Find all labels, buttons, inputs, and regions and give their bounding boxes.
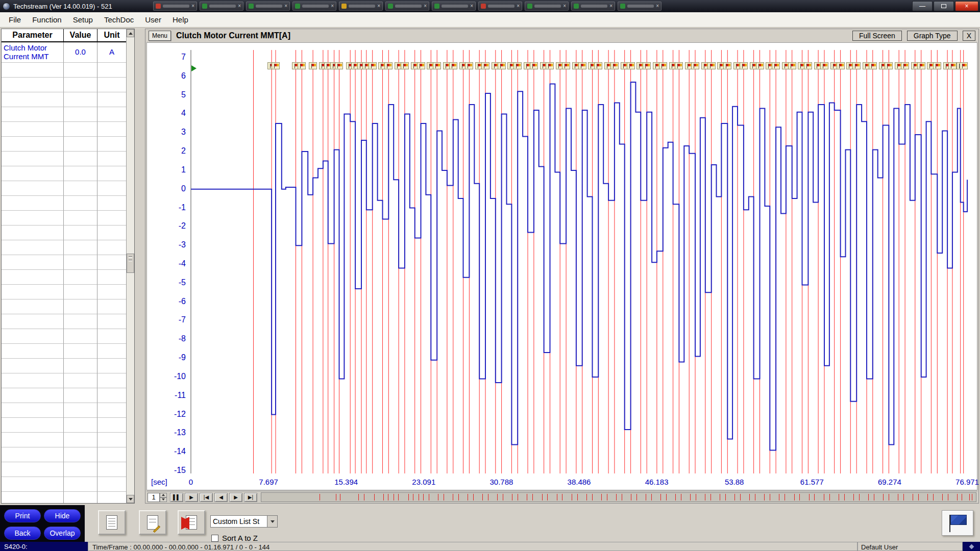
timeline-event-tick bbox=[631, 494, 631, 500]
last-frame-button[interactable]: ▶| bbox=[244, 493, 257, 502]
scrollbar-thumb[interactable] bbox=[127, 254, 134, 273]
graph-close-button[interactable]: X bbox=[963, 31, 975, 41]
table-row[interactable] bbox=[2, 477, 126, 492]
table-row[interactable] bbox=[2, 255, 126, 270]
thumbnail-close-icon[interactable]: × bbox=[517, 4, 520, 9]
menu-setup[interactable]: Setup bbox=[67, 13, 99, 26]
table-row[interactable] bbox=[2, 211, 126, 226]
menu-function[interactable]: Function bbox=[27, 13, 67, 26]
taskbar-thumbnail[interactable]: × bbox=[478, 2, 522, 11]
table-row[interactable] bbox=[2, 285, 126, 299]
hide-button[interactable]: Hide bbox=[44, 509, 81, 522]
menu-help[interactable]: Help bbox=[167, 13, 194, 26]
taskbar-thumbnail[interactable]: × bbox=[292, 2, 336, 11]
graph-menu-button[interactable]: Menu bbox=[149, 31, 171, 41]
menu-user[interactable]: User bbox=[139, 13, 167, 26]
table-row[interactable] bbox=[2, 196, 126, 211]
empty-cell bbox=[2, 492, 64, 503]
thumbnail-close-icon[interactable]: × bbox=[563, 4, 566, 9]
table-row[interactable] bbox=[2, 418, 126, 433]
scroll-down-icon[interactable] bbox=[127, 495, 134, 503]
pause-button[interactable]: ▌▌ bbox=[170, 493, 183, 502]
table-row[interactable] bbox=[2, 240, 126, 255]
next-frame-button[interactable]: ▶ bbox=[229, 493, 242, 502]
list-select-dropdown[interactable]: Custom List St bbox=[210, 515, 278, 528]
thumbnail-close-icon[interactable]: × bbox=[331, 4, 334, 9]
flag-tool-button[interactable] bbox=[942, 510, 973, 536]
table-row[interactable] bbox=[2, 122, 126, 137]
taskbar-thumbnail[interactable]: × bbox=[246, 2, 290, 11]
taskbar-thumbnail[interactable]: × bbox=[432, 2, 476, 11]
table-row[interactable] bbox=[2, 492, 126, 503]
taskbar-thumbnail[interactable]: × bbox=[153, 2, 197, 11]
thumbnail-close-icon[interactable]: × bbox=[656, 4, 659, 9]
taskbar-thumbnail[interactable]: × bbox=[339, 2, 383, 11]
y-tick-label: -2 bbox=[148, 221, 186, 231]
thumbnail-close-icon[interactable]: × bbox=[470, 4, 473, 9]
table-row[interactable] bbox=[2, 447, 126, 462]
table-row[interactable] bbox=[2, 107, 126, 122]
thumbnail-close-icon[interactable]: × bbox=[424, 4, 427, 9]
table-row[interactable] bbox=[2, 270, 126, 285]
status-user[interactable]: Default User bbox=[857, 542, 963, 551]
thumbnail-close-icon[interactable]: × bbox=[609, 4, 612, 9]
table-row[interactable] bbox=[2, 359, 126, 373]
play-button[interactable]: ▶ bbox=[185, 493, 198, 502]
table-row[interactable] bbox=[2, 388, 126, 403]
print-button[interactable]: Print bbox=[4, 509, 41, 522]
menu-techdoc[interactable]: TechDoc bbox=[99, 13, 139, 26]
table-row[interactable] bbox=[2, 403, 126, 418]
thumbnail-close-icon[interactable]: × bbox=[284, 4, 287, 9]
timeline-scrollbar[interactable] bbox=[261, 492, 976, 502]
table-row[interactable] bbox=[2, 433, 126, 447]
table-row[interactable] bbox=[2, 344, 126, 359]
x-tick-label: 46.183 bbox=[645, 478, 669, 486]
maximize-button[interactable] bbox=[934, 1, 954, 11]
table-row[interactable] bbox=[2, 137, 126, 152]
table-row[interactable] bbox=[2, 181, 126, 196]
taskbar-thumbnail[interactable]: × bbox=[618, 2, 662, 11]
full-screen-button[interactable]: Full Screen bbox=[852, 31, 902, 41]
table-row[interactable] bbox=[2, 63, 126, 78]
table-row[interactable] bbox=[2, 314, 126, 329]
menu-file[interactable]: File bbox=[3, 13, 27, 26]
scroll-up-icon[interactable] bbox=[127, 29, 134, 37]
table-row[interactable] bbox=[2, 373, 126, 388]
taskbar-thumbnail[interactable]: × bbox=[571, 2, 615, 11]
taskbar-thumbnail[interactable]: × bbox=[385, 2, 429, 11]
table-row[interactable]: Clutch Motor Current MMT 0.0 A bbox=[2, 42, 126, 63]
minimize-button[interactable]: — bbox=[912, 1, 933, 11]
dropdown-arrow-icon[interactable] bbox=[267, 516, 277, 527]
thumbnail-close-icon[interactable]: × bbox=[377, 4, 380, 9]
table-row[interactable] bbox=[2, 226, 126, 240]
chart-plot-area[interactable]: 76543210-1-2-3-4-5-6-7-8-9-10-11-12-13-1… bbox=[146, 42, 977, 490]
thumbnail-close-icon[interactable]: × bbox=[238, 4, 241, 9]
data-list-view-button[interactable] bbox=[98, 510, 126, 535]
sort-a-to-z-checkbox[interactable] bbox=[211, 535, 218, 542]
close-button[interactable]: × bbox=[955, 1, 978, 11]
table-row[interactable] bbox=[2, 78, 126, 92]
table-row[interactable] bbox=[2, 299, 126, 314]
overlap-button[interactable]: Overlap bbox=[44, 527, 81, 540]
table-row[interactable] bbox=[2, 92, 126, 107]
event-flag-icon bbox=[578, 62, 586, 69]
record-transfer-button[interactable] bbox=[178, 510, 205, 535]
back-button[interactable]: Back bbox=[4, 527, 41, 540]
thumbnail-close-icon[interactable]: × bbox=[191, 4, 194, 9]
spinner-down-icon[interactable] bbox=[160, 497, 167, 502]
taskbar-thumbnail[interactable]: × bbox=[200, 2, 243, 11]
table-row[interactable] bbox=[2, 166, 126, 181]
title-bar[interactable]: Techstream (Ver 14.00.019) - 521 ×××××××… bbox=[0, 0, 980, 12]
prev-frame-button[interactable]: ◀ bbox=[214, 493, 228, 502]
graph-type-button[interactable]: Graph Type bbox=[907, 31, 958, 41]
table-row[interactable] bbox=[2, 152, 126, 166]
frame-spinner-value[interactable]: 1 bbox=[148, 493, 160, 502]
taskbar-thumbnail[interactable]: × bbox=[525, 2, 569, 11]
spinner-up-icon[interactable] bbox=[160, 493, 167, 497]
edit-snapshot-button[interactable] bbox=[139, 510, 166, 535]
frame-spinner[interactable]: 1 bbox=[148, 493, 167, 502]
table-row[interactable] bbox=[2, 462, 126, 477]
first-frame-button[interactable]: |◀ bbox=[200, 493, 213, 502]
table-scrollbar[interactable] bbox=[126, 29, 134, 503]
table-row[interactable] bbox=[2, 329, 126, 344]
